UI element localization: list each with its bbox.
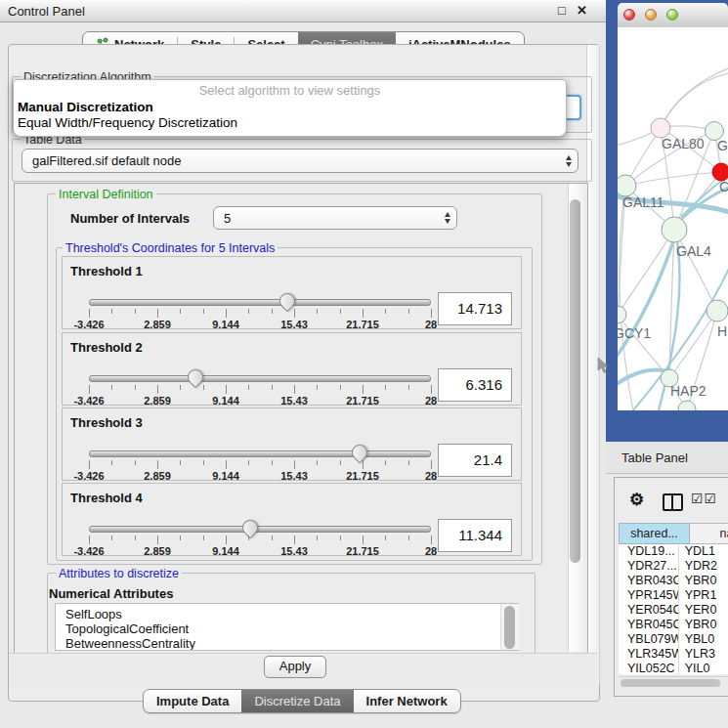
network-node-label: C xyxy=(719,179,728,194)
network-node-gal4[interactable] xyxy=(662,217,687,242)
slider-tick xyxy=(89,385,90,394)
network-canvas-svg[interactable]: GAL80GAGAL11CGAL4GCY1HHAP2 xyxy=(618,27,728,410)
threshold-2-slider[interactable]: -3.4262.8599.14415.4321.71528 xyxy=(89,372,431,406)
slider-tick-label: 2.859 xyxy=(144,319,171,330)
table-row[interactable]: YER054CYER0 xyxy=(619,603,728,618)
table-row[interactable]: YPR145WYPR1 xyxy=(619,588,728,603)
combobox-stepper-icon xyxy=(439,212,456,224)
close-traffic-light[interactable] xyxy=(623,9,635,21)
slider-tick xyxy=(248,385,249,390)
slider-tick xyxy=(294,535,295,544)
attributes-group-title: Attributes to discretize xyxy=(56,567,182,580)
tab-infer-network[interactable]: Infer Network xyxy=(354,690,460,712)
tab-discretize-data[interactable]: Discretize Data xyxy=(241,690,353,712)
table-row[interactable]: YLR345WYLR3 xyxy=(619,647,728,662)
threshold-3-slider[interactable]: -3.4262.8599.14415.4321.71528 xyxy=(89,448,431,481)
slider-tick-label: 28 xyxy=(425,470,437,482)
slider-tick xyxy=(157,385,158,394)
network-node-bottom-partial[interactable] xyxy=(678,401,696,410)
network-window-titlebar[interactable] xyxy=(618,3,728,28)
node-table-header: shared... na xyxy=(619,523,728,544)
slider-tick xyxy=(363,460,364,469)
threshold-1-value-field[interactable]: 14.713 xyxy=(438,292,512,325)
table-cell: YDR2 xyxy=(679,559,728,574)
table-cell: YDL19... xyxy=(619,544,679,559)
threshold-2-value-field[interactable]: 6.316 xyxy=(438,368,512,402)
network-node-gal11[interactable] xyxy=(618,175,636,196)
attributes-scrollbar-thumb[interactable] xyxy=(504,606,515,649)
slider-tick xyxy=(89,535,90,544)
table-hscrollbar-thumb[interactable] xyxy=(621,679,720,687)
network-edge[interactable] xyxy=(661,66,728,128)
slider-track[interactable] xyxy=(89,299,431,306)
attribute-item[interactable]: SelfLoops xyxy=(56,607,518,621)
network-node-label: GA xyxy=(717,138,728,153)
threshold-3-value-field[interactable]: 21.4 xyxy=(438,444,512,477)
checkboxes-icon[interactable]: ☑☑ xyxy=(691,491,717,506)
network-canvas[interactable]: GAL80GAGAL11CGAL4GCY1HHAP2 xyxy=(618,27,728,410)
number-of-intervals-combobox[interactable]: 5 xyxy=(213,206,457,230)
slider-tick xyxy=(294,460,295,469)
table-cell: YLR345W xyxy=(619,647,679,662)
slider-tick xyxy=(408,385,409,390)
slider-tick xyxy=(340,385,341,390)
threshold-4-value-field[interactable]: 11.344 xyxy=(438,519,512,552)
column-header-name[interactable]: na xyxy=(690,523,728,544)
number-of-intervals-label: Number of Intervals xyxy=(70,211,190,226)
slider-tick xyxy=(180,385,181,390)
apply-button[interactable]: Apply xyxy=(264,656,326,678)
numerical-attributes-list[interactable]: SelfLoopsTopologicalCoefficientBetweenne… xyxy=(55,603,519,651)
slider-tick-label: -3.426 xyxy=(73,545,104,557)
network-node-gal80[interactable] xyxy=(651,118,670,138)
network-node-label: GCY1 xyxy=(618,325,651,341)
slider-tick-label: 9.144 xyxy=(212,319,239,330)
table-row[interactable]: YDR27...YDR2 xyxy=(619,559,728,574)
algorithm-option-equal-width[interactable]: Equal Width/Frequency Discretization xyxy=(14,115,566,131)
network-node-label: H xyxy=(717,323,727,339)
control-panel: Control Panel □ ✕ Network Style Select C… xyxy=(0,0,606,728)
tab-impute-data[interactable]: Impute Data xyxy=(144,690,241,712)
attribute-item[interactable]: TopologicalCoefficient xyxy=(56,621,518,636)
table-row[interactable]: YBL079WYBL0 xyxy=(619,632,728,647)
gear-icon[interactable]: ⚙ xyxy=(629,490,644,510)
network-node-label: GAL11 xyxy=(622,194,664,210)
table-row[interactable]: YBR045CYBR0 xyxy=(619,618,728,632)
close-icon[interactable]: ✕ xyxy=(577,3,587,18)
column-header-shared[interactable]: shared... xyxy=(619,523,690,544)
table-row[interactable]: YBR043CYBR0 xyxy=(619,574,728,588)
table-row[interactable]: YDL19...YDL1 xyxy=(619,544,728,559)
network-node-gcy1[interactable] xyxy=(618,306,626,323)
threshold-4-slider[interactable]: -3.4262.8599.14415.4321.71528 xyxy=(89,523,431,556)
minimize-traffic-light[interactable] xyxy=(645,9,657,21)
algorithm-option-manual[interactable]: Manual Discretization xyxy=(14,100,566,115)
slider-track[interactable] xyxy=(89,526,431,533)
table-cell: YBR0 xyxy=(679,574,728,588)
threshold-3-panel: Threshold 3 -3.4262.8599.14415.4321.7152… xyxy=(62,407,522,481)
slider-tick xyxy=(157,460,158,469)
table-row[interactable]: YIL052CYIL0 xyxy=(619,662,728,674)
slider-tick-label: 21.715 xyxy=(346,319,379,330)
network-edge[interactable] xyxy=(661,72,728,128)
slider-track[interactable] xyxy=(89,375,431,382)
slider-tick-label: 15.43 xyxy=(280,319,308,330)
slider-track[interactable] xyxy=(89,450,431,457)
table-cell: YDR27... xyxy=(619,559,679,574)
threshold-1-slider[interactable]: -3.4262.8599.14415.4321.71528 xyxy=(89,296,431,329)
network-node-right-mid[interactable] xyxy=(707,300,728,321)
slider-ticks xyxy=(89,460,431,470)
zoom-traffic-light[interactable] xyxy=(666,9,678,21)
slider-tick xyxy=(317,460,318,465)
slider-tick-label: 21.715 xyxy=(346,395,379,407)
table-cell: YBL079W xyxy=(619,632,679,647)
network-edge[interactable] xyxy=(618,230,674,315)
table-cell: YER054C xyxy=(619,603,679,618)
algorithm-dropdown-placeholder: Select algorithm to view settings xyxy=(14,80,566,100)
attribute-item[interactable]: BetweennessCentrality xyxy=(56,636,518,651)
columns-icon[interactable] xyxy=(663,493,683,511)
table-data-combobox[interactable]: galFiltered.sif default node xyxy=(21,149,578,173)
slider-tick xyxy=(385,460,386,465)
settings-scrollbar-thumb[interactable] xyxy=(570,199,580,563)
table-cell: YBL0 xyxy=(679,632,728,647)
float-window-icon[interactable]: □ xyxy=(558,3,566,18)
slider-tick-label: 28 xyxy=(425,545,437,557)
